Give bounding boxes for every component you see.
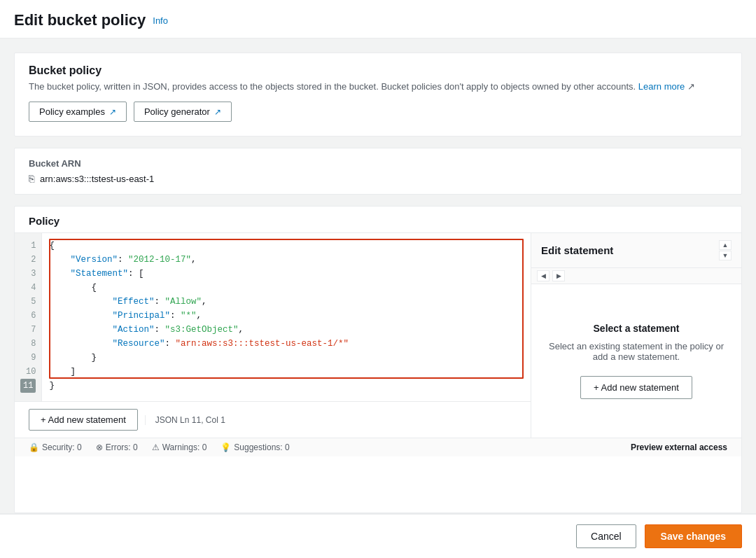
add-new-statement-bottom-button[interactable]: + Add new statement — [29, 409, 138, 431]
page-footer: Cancel Save changes — [0, 513, 756, 558]
line-num-10: 10 — [20, 365, 36, 379]
line-num-6: 6 — [20, 309, 36, 323]
policy-generator-button[interactable]: Policy generator ↗ — [134, 102, 232, 122]
code-line-4: { — [49, 281, 524, 295]
line-num-9: 9 — [20, 351, 36, 365]
preview-external-access[interactable]: Preview external access — [631, 442, 727, 452]
suggestions-icon: 💡 — [220, 442, 231, 452]
line-num-1: 1 — [20, 239, 36, 253]
code-line-1: { — [49, 239, 524, 253]
code-line-7: "Action": "s3:GetObject", — [49, 323, 524, 337]
arn-label: Bucket ARN — [29, 158, 727, 169]
code-line-11: } — [49, 379, 524, 393]
copy-icon[interactable]: ⎘ — [29, 173, 34, 184]
editor-bottom: + Add new statement JSON Ln 11, Col 1 — [15, 401, 531, 438]
policy-label: Policy — [29, 215, 59, 227]
code-line-2: "Version": "2012-10-17", — [49, 253, 524, 267]
arn-value: arn:aws:s3:::tstest-us-east-1 — [40, 174, 154, 184]
policy-examples-button[interactable]: Policy examples ↗ — [29, 102, 127, 122]
code-editor[interactable]: 1 2 3 4 5 6 7 8 9 10 11 — [15, 233, 531, 401]
line-num-11: 11 — [20, 379, 36, 393]
policy-section: Policy 1 2 3 4 5 6 7 8 — [14, 206, 742, 513]
code-line-5: "Effect": "Allow", — [49, 295, 524, 309]
code-line-3: "Statement": [ — [49, 267, 524, 281]
line-num-5: 5 — [20, 295, 36, 309]
right-panel-title: Edit statement — [541, 244, 613, 256]
scroll-right-button[interactable]: ▶ — [552, 270, 565, 281]
code-editor-wrapper: 1 2 3 4 5 6 7 8 9 10 11 — [15, 233, 531, 438]
scroll-arrows: ▲ ▼ — [719, 240, 732, 260]
add-new-statement-panel-button[interactable]: + Add new statement — [580, 376, 692, 399]
bucket-policy-desc: The bucket policy, written in JSON, prov… — [29, 81, 727, 92]
security-icon: 🔒 — [29, 442, 39, 452]
bucket-policy-card: Bucket policy The bucket policy, written… — [14, 53, 742, 137]
code-line-10: ] — [49, 365, 524, 379]
info-link[interactable]: Info — [153, 15, 168, 26]
cancel-button[interactable]: Cancel — [576, 524, 636, 548]
line-num-2: 2 — [20, 253, 36, 267]
arn-section: Bucket ARN ⎘ arn:aws:s3:::tstest-us-east… — [14, 148, 742, 195]
suggestions-status: 💡 Suggestions: 0 — [220, 442, 289, 452]
right-panel-body: Select a statement Select an existing st… — [531, 284, 741, 438]
policy-section-header: Policy — [15, 207, 741, 232]
bucket-policy-title: Bucket policy — [29, 64, 727, 77]
save-changes-button[interactable]: Save changes — [645, 524, 742, 548]
status-bar: 🔒 Security: 0 ⊗ Errors: 0 ⚠ Warnings: 0 … — [15, 438, 741, 456]
learn-more-link[interactable]: Learn more — [638, 81, 685, 92]
select-statement-desc: Select an existing statement in the poli… — [545, 341, 727, 362]
line-numbers: 1 2 3 4 5 6 7 8 9 10 11 — [15, 233, 42, 401]
line-num-4: 4 — [20, 281, 36, 295]
security-status: 🔒 Security: 0 — [29, 442, 82, 452]
code-line-8: "Resource": "arn:aws:s3:::tstest-us-east… — [49, 337, 524, 351]
external-link-icon-1: ↗ — [109, 107, 116, 117]
scroll-down-button[interactable]: ▼ — [719, 251, 732, 260]
code-line-9: } — [49, 351, 524, 365]
page-title: Edit bucket policy — [14, 11, 146, 29]
select-statement-title: Select a statement — [594, 323, 680, 334]
line-num-7: 7 — [20, 323, 36, 337]
scroll-up-button[interactable]: ▲ — [719, 240, 732, 250]
errors-status: ⊗ Errors: 0 — [96, 442, 138, 452]
page-wrapper: Edit bucket policy Info Bucket policy Th… — [0, 0, 756, 558]
right-panel: Edit statement ▲ ▼ ◀ ▶ Select a statemen… — [531, 233, 741, 438]
warnings-status: ⚠ Warnings: 0 — [152, 442, 207, 452]
code-line-6: "Principal": "*", — [49, 309, 524, 323]
external-icon: ↗ — [687, 81, 695, 92]
right-panel-header: Edit statement ▲ ▼ — [531, 233, 741, 268]
line-num-8: 8 — [20, 337, 36, 351]
content-area: Bucket policy The bucket policy, written… — [0, 39, 756, 513]
warnings-icon: ⚠ — [152, 442, 160, 452]
external-link-icon-2: ↗ — [214, 107, 221, 117]
line-num-3: 3 — [20, 267, 36, 281]
cursor-position: JSON Ln 11, Col 1 — [145, 415, 225, 425]
editor-panel: 1 2 3 4 5 6 7 8 9 10 11 — [15, 232, 741, 438]
code-content[interactable]: { "Version": "2012-10-17", "Statement": … — [42, 233, 531, 401]
errors-icon: ⊗ — [96, 442, 103, 452]
h-scroll-row: ◀ ▶ — [531, 268, 741, 284]
page-header: Edit bucket policy Info — [0, 0, 756, 39]
scroll-left-button[interactable]: ◀ — [537, 270, 550, 281]
